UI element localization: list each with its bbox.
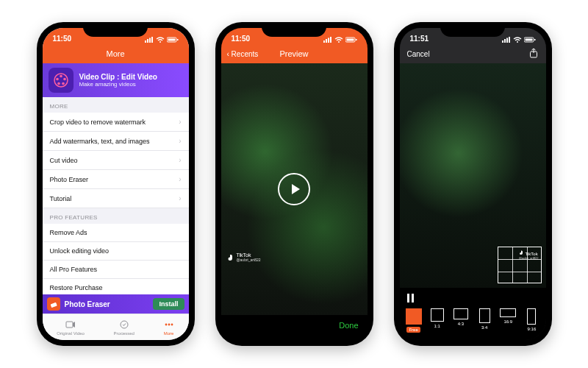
back-button[interactable]: ‹ Recents — [227, 50, 259, 58]
svg-rect-14 — [50, 302, 57, 308]
svg-rect-0 — [145, 40, 146, 43]
tab-bar: Original Video Processed More — [43, 314, 189, 340]
share-icon — [528, 48, 539, 58]
svg-point-19 — [171, 323, 173, 325]
phone-more-screen: 11:50 More Video Clip : Edit Video Make … — [37, 22, 195, 346]
svg-rect-15 — [66, 322, 73, 328]
signal-icon — [323, 37, 332, 43]
svg-point-11 — [62, 82, 65, 85]
svg-rect-6 — [168, 39, 175, 41]
row-crop-video[interactable]: Crop video to remove watermark› — [43, 113, 189, 132]
wifi-icon — [156, 37, 165, 43]
svg-rect-23 — [330, 37, 331, 43]
status-time: 11:50 — [232, 35, 251, 43]
row-remove-ads[interactable]: Remove Ads — [43, 224, 189, 242]
svg-rect-21 — [326, 39, 327, 43]
nav-bar: More — [43, 44, 189, 63]
svg-rect-35 — [534, 39, 536, 40]
svg-rect-27 — [356, 39, 357, 40]
svg-point-32 — [517, 41, 518, 43]
video-preview[interactable]: TikTok @aubri_art822 — [221, 63, 368, 315]
ratio-16-9[interactable]: 16:9 — [498, 308, 517, 333]
svg-rect-31 — [509, 37, 510, 43]
install-banner[interactable]: Photo Eraser Install — [43, 294, 189, 314]
tab-more[interactable]: More — [164, 319, 174, 336]
battery-icon — [345, 37, 357, 43]
ratio-4-3[interactable]: 4:3 — [451, 308, 470, 333]
svg-rect-30 — [506, 38, 508, 43]
ratio-1-1[interactable]: 1:1 — [428, 308, 447, 333]
share-button[interactable] — [528, 48, 539, 60]
row-all-pro[interactable]: All Pro Features — [43, 261, 189, 279]
wifi-icon — [334, 37, 343, 43]
play-button[interactable] — [278, 173, 310, 205]
row-restore-purchase[interactable]: Restore Purchase — [43, 279, 189, 294]
ratio-3-4[interactable]: 3:4 — [475, 308, 494, 333]
row-unlock-editing[interactable]: Unlock editing video — [43, 242, 189, 261]
status-time: 11:51 — [410, 35, 429, 43]
tab-processed[interactable]: Processed — [114, 319, 135, 336]
svg-rect-38 — [412, 294, 414, 302]
nav-bar: Cancel — [400, 44, 546, 63]
nav-bar: ‹ Recents Preview — [221, 44, 368, 63]
row-add-watermarks[interactable]: Add watermarks, text, and images› — [43, 132, 189, 151]
tiktok-watermark: TikTok @aubri_art822 — [227, 252, 261, 262]
promo-title: Video Clip : Edit Video — [79, 73, 157, 81]
row-photo-eraser[interactable]: Photo Eraser› — [43, 170, 189, 189]
svg-rect-29 — [504, 39, 506, 43]
settings-list: MORE Crop video to remove watermark› Add… — [43, 97, 189, 294]
status-indicators — [323, 37, 357, 43]
svg-point-17 — [165, 323, 167, 325]
svg-point-24 — [338, 41, 340, 43]
pause-button[interactable] — [407, 294, 415, 304]
chevron-right-icon: › — [179, 194, 181, 202]
status-time: 11:50 — [53, 35, 72, 43]
row-tutorial[interactable]: Tutorial› — [43, 189, 189, 208]
status-indicators — [502, 37, 536, 43]
svg-point-13 — [56, 78, 59, 81]
crop-rectangle[interactable]: TikTok @aubri_art822 — [498, 247, 542, 283]
promo-banner[interactable]: Video Clip : Edit Video Make amazing vid… — [43, 63, 189, 97]
tab-original-video[interactable]: Original Video — [57, 319, 85, 336]
section-header-pro: PRO FEATURES — [43, 208, 189, 224]
svg-point-9 — [60, 75, 62, 78]
status-bar: 11:50 — [43, 28, 189, 44]
pause-icon — [407, 294, 415, 302]
bottom-bar: Done — [221, 315, 368, 340]
svg-rect-22 — [328, 38, 329, 43]
ratio-free[interactable]: Free — [404, 308, 423, 333]
install-button[interactable]: Install — [153, 298, 184, 310]
svg-rect-1 — [147, 39, 148, 43]
page-title: More — [106, 49, 124, 58]
processed-icon — [119, 319, 129, 330]
chevron-right-icon: › — [179, 156, 181, 164]
more-icon — [164, 319, 174, 330]
signal-icon — [145, 37, 154, 43]
svg-point-10 — [63, 78, 66, 81]
eraser-icon — [47, 297, 60, 311]
svg-rect-20 — [323, 40, 325, 43]
promo-subtitle: Make amazing videos — [79, 81, 157, 88]
cancel-button[interactable]: Cancel — [407, 50, 430, 58]
svg-rect-37 — [407, 294, 409, 302]
row-cut-video[interactable]: Cut video› — [43, 151, 189, 170]
crop-canvas[interactable]: TikTok @aubri_art822 — [400, 63, 546, 288]
page-title: Preview — [279, 49, 308, 58]
svg-rect-7 — [177, 39, 179, 40]
ratio-9-16[interactable]: 9:16 — [522, 308, 541, 333]
phone-preview-screen: 11:50 ‹ Recents Preview TikTok @aubri_ar… — [215, 22, 373, 346]
film-reel-icon — [49, 68, 74, 93]
tiktok-icon — [519, 250, 524, 256]
video-icon — [65, 319, 76, 330]
svg-rect-3 — [151, 37, 153, 43]
chevron-right-icon: › — [179, 137, 181, 145]
play-icon — [290, 183, 301, 195]
chevron-right-icon: › — [179, 175, 181, 183]
battery-icon — [167, 37, 179, 43]
done-button[interactable]: Done — [339, 321, 358, 330]
status-bar: 11:51 — [400, 28, 546, 44]
crop-controls: Free 1:1 4:3 3:4 16:9 9:16 — [400, 288, 546, 340]
tiktok-icon — [227, 254, 234, 261]
wifi-icon — [513, 37, 522, 43]
signal-icon — [502, 37, 511, 43]
